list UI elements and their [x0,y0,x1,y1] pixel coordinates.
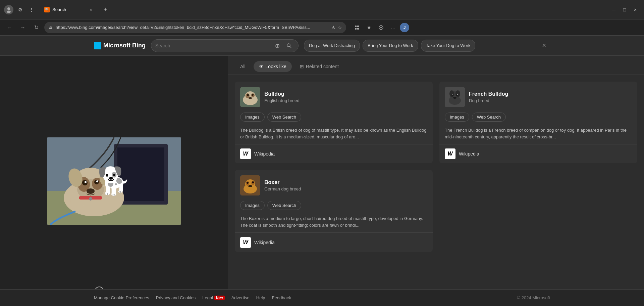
svg-point-57 [456,94,458,96]
wiki-icon-bulldog: W [240,148,251,159]
tab-label: Search [52,7,66,12]
svg-point-55 [455,90,460,97]
copilot-btn[interactable] [376,22,386,33]
boxer-websearch-btn[interactable]: Web Search [267,201,301,210]
footer-manage-cookies[interactable]: Manage Cookie Preferences [94,295,149,300]
search-input[interactable] [155,43,271,48]
bulldog-images-btn[interactable]: Images [240,113,265,122]
bulldog-wikipedia-link[interactable]: W Wikipedia [235,144,433,163]
minimize-btn[interactable]: ─ [609,5,619,14]
eye-icon: 👁 [259,64,264,69]
french-bulldog-websearch-btn[interactable]: Web Search [472,113,506,122]
footer-feedback[interactable]: Feedback [272,295,291,300]
bulldog-actions: Images Web Search [235,110,433,124]
browser-menu-btn[interactable]: ⋮ [27,5,36,14]
back-btn[interactable]: ← [4,22,15,33]
new-tab-btn[interactable]: + [101,5,110,14]
close-overlay-btn[interactable]: × [538,40,550,52]
refresh-btn[interactable]: ↻ [31,22,42,33]
french-bulldog-wiki-label: Wikipedia [459,151,479,157]
window-close-btn[interactable]: × [631,5,640,14]
svg-rect-6 [357,28,359,30]
bulldog-websearch-btn[interactable]: Web Search [267,113,301,122]
right-panel: All 👁 Looks like ⊞ Related content [228,56,644,306]
favorites-btn[interactable]: ★ [364,22,374,33]
svg-rect-16 [117,147,164,201]
svg-point-59 [457,94,458,95]
page-footer: Manage Cookie Preferences Privacy and Co… [0,289,644,306]
page-content: Microsoft Bing Dog at Work Distracting B [0,36,644,306]
french-bulldog-card: French Bulldog Dog breed Images Web Sear… [439,82,637,163]
related-chip-0[interactable]: Dog at Work Distracting [304,40,360,52]
toolbar-icons: ★ … J [352,22,409,33]
tab-looks-like[interactable]: 👁 Looks like [254,61,292,72]
more-tools-btn[interactable]: … [388,22,398,33]
right-breed-column: French Bulldog Dog breed Images Web Sear… [439,82,637,252]
bulldog-card: Bulldog English dog breed Images Web Sea… [235,82,433,163]
svg-point-40 [247,94,249,96]
boxer-subtitle: German dog breed [264,186,427,191]
bing-logo-icon [94,42,101,49]
bulldog-image [47,137,181,225]
profile-icon[interactable] [4,5,13,14]
french-bulldog-wikipedia-link[interactable]: W Wikipedia [439,144,637,163]
svg-point-32 [89,197,92,201]
french-bulldog-info: French Bulldog Dog breed [469,91,632,103]
svg-point-42 [249,97,252,99]
boxer-description: The Boxer is a medium to large, short-ha… [235,213,433,233]
svg-line-12 [290,46,291,48]
bing-logo[interactable]: Microsoft Bing [94,42,146,49]
related-chips-container: Dog at Work Distracting Bring Your Dog t… [304,40,533,52]
bulldog-name: Bulldog [264,91,427,97]
related-chip-1[interactable]: Bring Your Dog to Work [363,40,418,52]
search-submit-btn[interactable] [284,41,294,51]
favorites-star-icon[interactable]: ☆ [338,25,342,30]
boxer-header: Boxer German dog breed [235,170,433,198]
french-bulldog-images-btn[interactable]: Images [445,113,469,122]
search-box[interactable] [151,39,299,52]
reader-mode-icon[interactable]: 𝐀 [332,25,335,30]
left-breed-column: Bulldog English dog breed Images Web Sea… [235,82,433,252]
svg-point-60 [453,97,457,99]
bulldog-subtitle: English dog breed [264,98,427,103]
bing-logo-text: Microsoft Bing [103,42,146,49]
left-panel: Visual Search [0,56,228,306]
french-bulldog-header: French Bulldog Dog breed [439,82,637,110]
svg-point-41 [252,94,254,96]
boxer-wikipedia-link[interactable]: W Wikipedia [235,233,433,252]
svg-point-26 [85,181,87,183]
extensions-btn[interactable]: ⚙ [15,5,25,14]
svg-rect-3 [355,26,357,27]
tab-bar: 🔍 Search × + [39,4,606,16]
bulldog-wiki-label: Wikipedia [254,151,275,157]
svg-point-30 [98,168,113,186]
content-area: Bulldog English dog breed Images Web Sea… [228,75,644,259]
footer-advertise[interactable]: Advertise [231,295,250,300]
maximize-btn[interactable]: □ [620,5,629,14]
profile-avatar[interactable]: J [400,23,409,32]
collections-btn[interactable] [352,22,362,33]
main-image-container [47,137,181,225]
tab-all[interactable]: All [235,61,251,72]
forward-btn[interactable]: → [17,22,28,33]
french-bulldog-description: The French Bulldog is a French breed of … [439,124,637,144]
grid-icon: ⊞ [300,64,304,69]
active-tab[interactable]: 🔍 Search × [39,4,99,16]
wiki-icon-french-bulldog: W [445,148,455,159]
address-bar[interactable]: https://www.bing.com/images/search?view=… [44,22,346,33]
tab-related-content[interactable]: ⊞ Related content [294,61,344,72]
boxer-images-btn[interactable]: Images [240,201,265,210]
svg-point-8 [380,27,382,28]
related-chip-2[interactable]: Take Your Dog to Work [421,40,476,52]
bulldog-header: Bulldog English dog breed [235,82,433,110]
bulldog-info: Bulldog English dog breed [264,91,427,103]
svg-rect-4 [357,26,359,27]
legal-new-badge: New [214,296,225,300]
footer-help[interactable]: Help [256,295,265,300]
tab-close-btn[interactable]: × [88,7,94,13]
svg-point-19 [104,191,117,211]
boxer-wiki-label: Wikipedia [254,240,275,245]
camera-search-icon[interactable] [273,42,281,50]
footer-privacy[interactable]: Privacy and Cookies [156,295,196,300]
footer-legal[interactable]: Legal New [202,295,224,300]
